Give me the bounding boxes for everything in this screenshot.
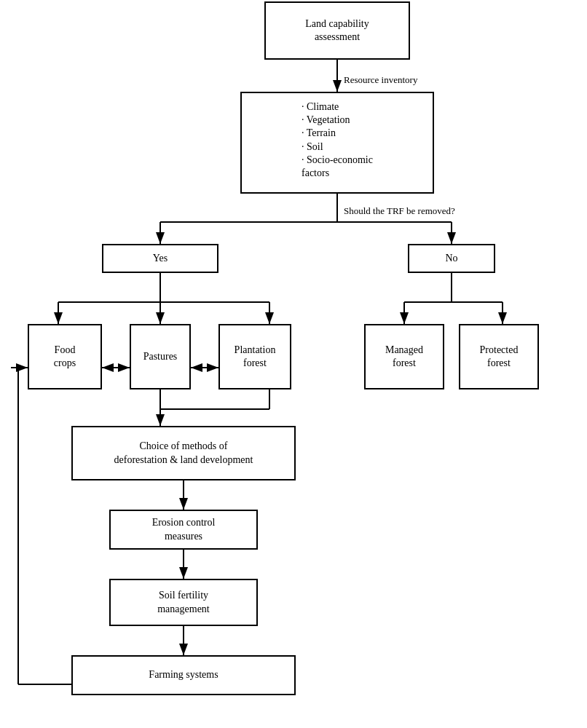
land-capability-label: Land capability assessment — [305, 17, 369, 44]
protected-forest-box: Protected forest — [459, 324, 539, 389]
yes-box: Yes — [102, 244, 218, 273]
trf-question-label: Should the TRF be removed? — [344, 205, 455, 217]
food-crops-box: Food crops — [28, 324, 102, 389]
flowchart: Land capability assessment Resource inve… — [0, 0, 587, 728]
plantation-forest-box: Plantation forest — [218, 324, 291, 389]
erosion-control-box: Erosion control measures — [109, 510, 258, 550]
no-box: No — [408, 244, 495, 273]
soil-fertility-box: Soil fertility management — [109, 579, 258, 626]
land-capability-box: Land capability assessment — [264, 1, 410, 60]
farming-systems-box: Farming systems — [71, 655, 296, 695]
managed-forest-box: Managed forest — [364, 324, 444, 389]
resource-inventory-label: Resource inventory — [344, 74, 417, 86]
resource-inventory-content: · Climate · Vegetation · Terrain · Soil … — [302, 100, 373, 180]
resource-inventory-box: · Climate · Vegetation · Terrain · Soil … — [240, 92, 434, 194]
choice-methods-box: Choice of methods of deforestation & lan… — [71, 426, 296, 480]
pastures-box: Pastures — [130, 324, 191, 389]
